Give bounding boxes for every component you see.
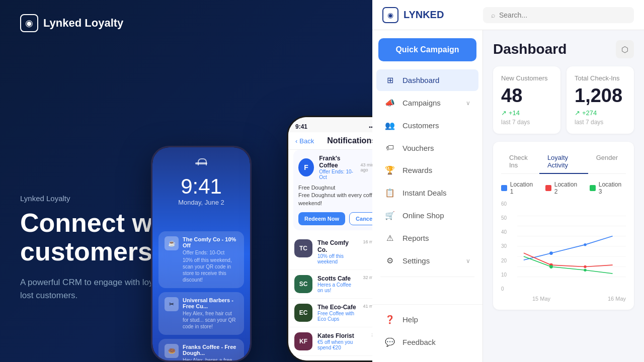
legend-location-1: Location 1: [501, 181, 537, 195]
dashboard-export-icon[interactable]: ⬡: [616, 40, 634, 58]
search-input[interactable]: [499, 11, 626, 19]
quick-campaign-button[interactable]: Quick Campaign: [378, 38, 476, 61]
phone-nav-header: ‹ Back Notifications ⌕: [288, 132, 372, 150]
notification-cards: ☕ The Comfy Co - 10% Off Offer Ends: 10-…: [158, 231, 244, 362]
sidebar-item-vouchers[interactable]: 🏷 Vouchers: [376, 137, 478, 158]
sidebar-item-instant-deals[interactable]: 📋 Instant Deals: [376, 182, 478, 204]
back-button[interactable]: ‹ Back: [295, 137, 314, 145]
vouchers-icon: 🏷: [384, 143, 395, 152]
y-labels-inner: 60 50 40 30 20 10 0: [501, 201, 515, 292]
campaigns-chevron-icon: ∨: [466, 100, 470, 107]
dashboard-main: Dashboard ⬡ New Customers 48 ↗ +14 last …: [483, 30, 644, 362]
notif-content-2: Scotts Cafe Heres a Coffee on us!: [317, 275, 358, 293]
stat-label-new-customers: New Customers: [501, 74, 552, 82]
notification-item-4[interactable]: KF Kates Florist €5 off when you spend €…: [288, 327, 372, 356]
instant-deals-icon: 📋: [384, 188, 395, 198]
phone-front-screen: 9:41 ▪▪▪ WiFi 🔋 ‹ Back Notifications: [288, 117, 372, 360]
sidebar-item-rewards[interactable]: 🏆 Rewards: [376, 159, 478, 181]
sidebar-item-online-shop[interactable]: 🛒 Online Shop: [376, 205, 478, 226]
chart-tab-checkins[interactable]: Check Ins: [501, 150, 539, 174]
redeem-button[interactable]: Redeem Now: [298, 212, 345, 225]
y-label-20: 20: [501, 258, 513, 263]
sidebar: Quick Campaign ⊞ Dashboard 📣 Campaigns ∨…: [372, 30, 483, 362]
reports-icon: ⚠: [384, 233, 395, 243]
sidebar-label-instant-deals: Instant Deals: [403, 189, 470, 197]
notif-content-1: The Comfy Co. 10% off this weekend: [317, 239, 358, 264]
search-bar[interactable]: ⌕: [483, 7, 634, 23]
notif-card-text-3: Franks Coffee - Free Dough... Hey Alex, …: [183, 344, 238, 362]
legend-dot-2: [545, 185, 551, 191]
sidebar-label-campaigns: Campaigns: [403, 99, 459, 107]
expanded-notif-header: F Frank's Coffee Offer Ends: 10-Oct 43 m…: [298, 155, 372, 180]
top-nav-logo-icon: ◉: [382, 7, 398, 23]
notif-offer-1: 10% off this weekend: [317, 253, 358, 264]
notif-time-3: 41 min ago: [363, 304, 372, 309]
chart-area: 15 May 16 May: [517, 201, 626, 302]
sidebar-item-dashboard[interactable]: ⊞ Dashboard: [376, 69, 478, 91]
notif-offer-2: Heres a Coffee on us!: [317, 282, 358, 293]
chart-tab-gender[interactable]: Gender: [588, 150, 626, 174]
sidebar-label-online-shop: Online Shop: [403, 211, 470, 220]
notification-item-2[interactable]: SC Scotts Cafe Heres a Coffee on us! 32 …: [288, 270, 372, 299]
notif-avatar-2: SC: [294, 275, 312, 293]
dot-loc3-2: [584, 269, 586, 272]
legend-label-1: Location 1: [510, 181, 537, 195]
search-icon: ⌕: [491, 11, 495, 19]
expanded-notif-info: Frank's Coffee Offer Ends: 10-Oct: [319, 155, 355, 180]
y-label-60: 60: [501, 201, 513, 207]
notif-avatar-1: TC: [294, 239, 312, 257]
sidebar-item-settings[interactable]: ⚙ Settings ∨: [376, 250, 478, 272]
campaigns-icon: 📣: [384, 98, 395, 108]
sidebar-item-campaigns[interactable]: 📣 Campaigns ∨: [376, 92, 478, 114]
phones-container: 9:41 Monday, June 2 ☕ The Comfy Co - 10%…: [151, 60, 372, 362]
line-location-2: [524, 253, 613, 267]
y-label-40: 40: [501, 229, 513, 235]
notifications-list: TC The Comfy Co. 10% off this weekend 16…: [288, 234, 372, 360]
notif-card-text-2: Universal Barbers - Free Cu... Hey Alex,…: [183, 297, 238, 330]
expanded-notif-name: Frank's Coffee: [319, 155, 355, 169]
stat-change-value-2: +274: [582, 109, 597, 117]
sidebar-item-customers[interactable]: 👥 Customers: [376, 115, 478, 136]
y-label-10: 10: [501, 272, 513, 278]
expanded-notification: F Frank's Coffee Offer Ends: 10-Oct 43 m…: [293, 150, 372, 230]
hero-logo-text: Lynked Loyalty: [43, 17, 123, 30]
feedback-icon: 💬: [384, 337, 395, 347]
hero-logo-icon: ◉: [20, 14, 38, 32]
sidebar-item-feedback[interactable]: 💬 Feedback: [376, 331, 478, 353]
cancel-button[interactable]: Cancel: [349, 212, 372, 225]
notif-time-2: 32 min ago: [363, 275, 372, 280]
legend-dot-1: [501, 185, 507, 191]
main-content: Quick Campaign ⊞ Dashboard 📣 Campaigns ∨…: [372, 30, 644, 362]
sidebar-item-help[interactable]: ❓ Help: [376, 309, 478, 330]
stat-card-new-customers: New Customers 48 ↗ +14 last 7 days: [493, 66, 560, 134]
stat-period-new-customers: last 7 days: [501, 119, 552, 126]
expanded-notif-message: Free DoughnutFree Doughnut with every co…: [298, 184, 372, 207]
sidebar-label-settings: Settings: [403, 256, 459, 265]
settings-icon: ⚙: [384, 256, 395, 265]
y-label-50: 50: [501, 215, 513, 221]
notif-name-3: The Eco-Cafe: [317, 304, 358, 311]
sidebar-item-reports[interactable]: ⚠ Reports: [376, 227, 478, 249]
stat-value-new-customers: 48: [501, 86, 552, 105]
notif-time-1: 16 min ago: [363, 239, 372, 244]
chart-svg: [517, 201, 626, 292]
notification-item-1[interactable]: TC The Comfy Co. 10% off this weekend 16…: [288, 234, 372, 270]
notif-card-icon: ☕: [165, 236, 179, 250]
notif-card-title: The Comfy Co - 10% Off: [183, 236, 238, 248]
dashboard-header: Dashboard ⬡: [493, 40, 634, 58]
chart-x-axis: 15 May 16 May: [517, 294, 626, 302]
notif-content-3: The Eco-Cafe Free Coffee with Eco Cups: [317, 304, 358, 322]
chart-tab-loyalty[interactable]: Loyalty Activity: [539, 150, 588, 174]
notif-card-3: 🍩 Franks Coffee - Free Dough... Hey Alex…: [158, 339, 244, 362]
notification-item-3[interactable]: EC The Eco-Cafe Free Coffee with Eco Cup…: [288, 299, 372, 327]
x-label-16-may: 16 May: [608, 296, 626, 302]
customers-icon: 👥: [384, 121, 395, 130]
notif-name-1: The Comfy Co.: [317, 239, 358, 253]
top-nav: ◉ LYNKED ⌕: [372, 0, 644, 30]
phone-header-title: Notifications: [327, 136, 372, 145]
notif-content-4: Kates Florist €5 off when you spend €20: [317, 332, 366, 350]
legend-dot-3: [590, 185, 596, 191]
notif-time-4: 2h ago: [371, 332, 372, 337]
sidebar-label-reports: Reports: [403, 234, 470, 242]
stats-row: New Customers 48 ↗ +14 last 7 days Total…: [493, 66, 634, 134]
